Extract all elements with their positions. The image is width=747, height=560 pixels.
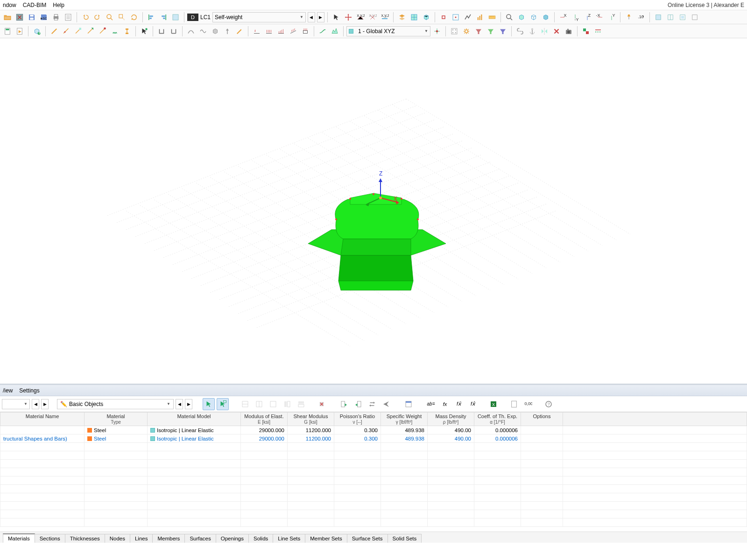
lower-menu-settings[interactable]: Settings: [19, 387, 39, 394]
fx-ab-icon[interactable]: ab=: [425, 398, 437, 410]
save-icon[interactable]: [26, 12, 37, 23]
col-header[interactable]: Coeff. of Th. Exp.α [1/°F]: [474, 413, 521, 426]
print-icon[interactable]: [50, 12, 62, 23]
coord-system-combo[interactable]: 1 - Global XYZ ▼: [346, 26, 430, 36]
lc-next-button[interactable]: ▶: [317, 12, 324, 22]
select-mode-icon[interactable]: [203, 398, 215, 410]
tab-materials[interactable]: Materials: [3, 533, 35, 543]
export-icon[interactable]: [352, 398, 364, 410]
camera-icon[interactable]: [563, 26, 574, 37]
fx-bar-icon[interactable]: fx̄: [453, 398, 465, 410]
col-header[interactable]: Mass Densityρ [lb/ft³]: [428, 413, 474, 426]
col-header[interactable]: MaterialType: [85, 413, 148, 426]
fx-icon[interactable]: fx: [439, 398, 451, 410]
tab-surface-sets[interactable]: Surface Sets: [347, 534, 388, 543]
edit-icon[interactable]: [234, 26, 245, 37]
box3-icon[interactable]: [677, 12, 688, 23]
col-header[interactable]: Options: [521, 413, 563, 426]
beam3-icon[interactable]: [73, 26, 84, 37]
exchange-icon[interactable]: [366, 398, 378, 410]
x-icon[interactable]: [14, 12, 25, 23]
origin-icon[interactable]: [431, 26, 443, 37]
cursor2-icon[interactable]: [139, 26, 150, 37]
box4-icon[interactable]: [689, 12, 700, 23]
table-row[interactable]: tructural Shapes and Bars)SteelIsotropic…: [0, 434, 747, 443]
axis-y-icon[interactable]: Y: [606, 12, 617, 23]
color-icon[interactable]: [580, 26, 592, 37]
iso-view-icon[interactable]: [516, 12, 527, 23]
select-mode2-icon[interactable]: [217, 398, 229, 410]
page-next[interactable]: ▶: [41, 399, 49, 409]
load5-icon[interactable]: [300, 26, 311, 37]
page-prev[interactable]: ◀: [32, 399, 39, 409]
bracket-icon[interactable]: [156, 26, 167, 37]
basic-objects-combo[interactable]: ✏️Basic Objects ▼: [57, 399, 174, 409]
doc-icon[interactable]: [508, 398, 520, 410]
load1-icon[interactable]: [251, 26, 262, 37]
materials-table[interactable]: Material Name MaterialTypeMaterial Model…: [0, 412, 747, 532]
grid-icon[interactable]: [409, 12, 420, 23]
beam5-icon[interactable]: [97, 26, 108, 37]
send-icon[interactable]: [380, 398, 392, 410]
refresh-icon[interactable]: [128, 12, 140, 23]
excel-icon[interactable]: X: [487, 398, 500, 410]
zoom-fit-icon[interactable]: [504, 12, 515, 23]
axis-neg-x-icon[interactable]: -X: [594, 12, 605, 23]
tab-thicknesses[interactable]: Thicknesses: [65, 534, 105, 543]
load3-icon[interactable]: [275, 26, 287, 37]
line-style-icon[interactable]: [592, 26, 604, 37]
beam2-icon[interactable]: [61, 26, 72, 37]
result1-icon[interactable]: [317, 26, 328, 37]
result2-icon[interactable]: [329, 26, 340, 37]
grid-snap-icon[interactable]: [449, 26, 460, 37]
chart-icon[interactable]: [474, 12, 486, 23]
tab-nodes[interactable]: Nodes: [105, 534, 130, 543]
col-header[interactable]: Poisson's Ratioν [--]: [334, 413, 381, 426]
axis-z-icon[interactable]: Z: [582, 12, 593, 23]
ruler-icon[interactable]: [486, 12, 498, 23]
fx-hat-icon[interactable]: fx̂: [467, 398, 479, 410]
lower-menu-view[interactable]: /iew: [3, 387, 13, 394]
help-icon[interactable]: ?: [543, 398, 555, 410]
col-header[interactable]: Modulus of Elast.E [ksi]: [241, 413, 288, 426]
col-header[interactable]: Material Name: [0, 413, 85, 426]
col-header[interactable]: Shear ModulusG [ksi]: [288, 413, 334, 426]
load2-icon[interactable]: [263, 26, 275, 37]
cube-icon[interactable]: [421, 12, 432, 23]
menu-cad-bim[interactable]: CAD-BIM: [23, 2, 47, 8]
obj-next[interactable]: ▶: [185, 399, 192, 409]
gear-icon[interactable]: [461, 26, 472, 37]
beam4-icon[interactable]: [85, 26, 96, 37]
anchor-icon[interactable]: [527, 26, 538, 37]
tab-line-sets[interactable]: Line Sets: [273, 534, 305, 543]
goto-icon[interactable]: [116, 12, 127, 23]
spring-icon[interactable]: [109, 26, 120, 37]
tab-member-sets[interactable]: Member Sets: [305, 534, 347, 543]
filter1-icon[interactable]: [473, 26, 484, 37]
obj-prev[interactable]: ◀: [176, 399, 183, 409]
window-icon[interactable]: [402, 398, 415, 410]
pointer-icon[interactable]: [331, 12, 342, 23]
measure-clear-icon[interactable]: x,y,z: [367, 12, 378, 23]
properties-icon[interactable]: [63, 12, 74, 23]
search-icon[interactable]: [104, 12, 115, 23]
viewport-3d[interactable]: Z X: [0, 38, 747, 384]
col-header[interactable]: Material Model: [148, 413, 241, 426]
tab-sections[interactable]: Sections: [35, 534, 65, 543]
table-row[interactable]: SteelIsotropic | Linear Elastic29000.000…: [0, 426, 747, 434]
filter3-icon[interactable]: [497, 26, 508, 37]
tab-surfaces[interactable]: Surfaces: [184, 534, 216, 543]
mirror-icon[interactable]: [539, 26, 550, 37]
decimal-icon[interactable]: 0,00: [522, 398, 534, 410]
calc-icon[interactable]: [2, 26, 13, 37]
tab-members[interactable]: Members: [152, 534, 185, 543]
import-icon[interactable]: [338, 398, 350, 410]
move-icon[interactable]: [343, 12, 354, 23]
box2-icon[interactable]: [665, 12, 676, 23]
box1-icon[interactable]: [653, 12, 664, 23]
menu-help[interactable]: Help: [53, 2, 64, 8]
open-icon[interactable]: [2, 12, 13, 23]
snap-icon[interactable]: [438, 12, 449, 23]
align-right-icon[interactable]: [158, 12, 169, 23]
tab-lines[interactable]: Lines: [130, 534, 153, 543]
